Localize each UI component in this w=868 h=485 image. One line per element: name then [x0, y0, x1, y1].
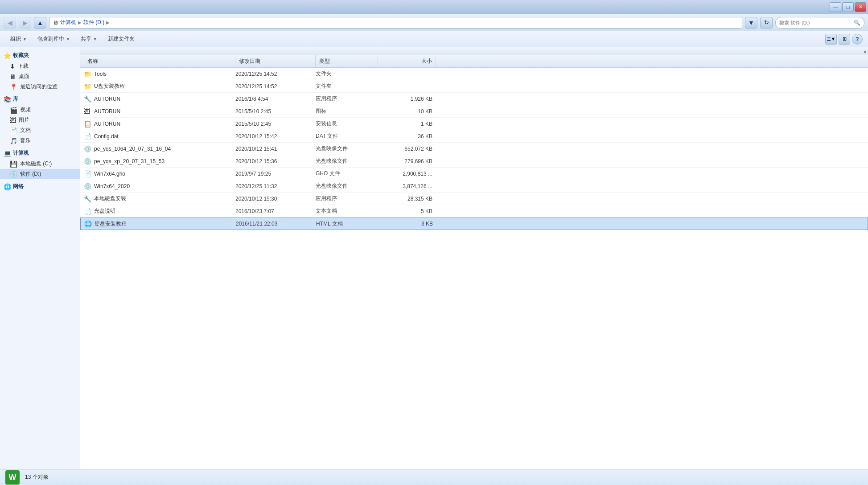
- d-drive-icon: 💿: [10, 171, 17, 178]
- table-row[interactable]: 📄 光盘说明 2016/10/23 7:07 文本文档 5 KB: [80, 205, 868, 218]
- file-date-cell: 2020/12/25 14:52: [235, 71, 316, 77]
- table-row[interactable]: 🔧 AUTORUN 2016/1/8 4:54 应用程序 1,926 KB: [80, 93, 868, 105]
- title-bar: — □ ✕: [0, 0, 868, 14]
- share-button[interactable]: 共享 ▼: [76, 33, 102, 45]
- table-row[interactable]: 💿 pe_yqs_1064_20_07_31_16_04 2020/10/12 …: [80, 143, 868, 155]
- file-name: Tools: [94, 71, 107, 77]
- file-type-cell: 应用程序: [316, 195, 378, 202]
- file-date-cell: 2020/10/12 15:36: [235, 158, 316, 164]
- help-button[interactable]: ?: [852, 34, 863, 45]
- sidebar-library-header[interactable]: 📚 库: [0, 94, 80, 105]
- sidebar-favorites-header[interactable]: ⭐ 收藏夹: [0, 50, 80, 61]
- col-header-date[interactable]: 修改日期: [235, 55, 316, 67]
- sidebar-item-pictures[interactable]: 🖼 图片: [0, 115, 80, 125]
- file-size-cell: 2,900,813 ...: [378, 171, 436, 177]
- file-name-cell: 💿 pe_yqs_1064_20_07_31_16_04: [84, 145, 235, 152]
- maximize-button[interactable]: □: [842, 2, 854, 12]
- file-name-cell: 📄 Config.dat: [84, 133, 235, 140]
- file-size-cell: 5 KB: [378, 208, 436, 214]
- table-row[interactable]: 🌐 硬盘安装教程 2016/11/21 22:03 HTML 文档 3 KB: [80, 218, 868, 230]
- documents-icon: 📄: [10, 127, 17, 134]
- file-type-icon: 💿: [84, 145, 92, 152]
- file-type-icon: 📄: [84, 208, 92, 215]
- search-icon: 🔍: [854, 20, 860, 26]
- file-date-cell: 2020/12/25 14:52: [235, 83, 316, 90]
- search-input[interactable]: [779, 20, 852, 25]
- file-type-cell: 光盘映像文件: [316, 157, 378, 165]
- file-name-cell: 📁 U盘安装教程: [84, 82, 235, 90]
- preview-button[interactable]: ⊞: [839, 34, 850, 45]
- table-row[interactable]: 📁 U盘安装教程 2020/12/25 14:52 文件夹: [80, 80, 868, 93]
- sidebar-network-header[interactable]: 🌐 网络: [0, 181, 80, 192]
- table-row[interactable]: 🖼 AUTORUN 2015/5/10 2:45 图标 10 KB: [80, 105, 868, 118]
- breadcrumb: 🖥 计算机 ▶ 软件 (D:) ▶: [49, 17, 742, 29]
- table-row[interactable]: 💿 Win7x64_2020 2020/12/25 11:32 光盘映像文件 3…: [80, 180, 868, 193]
- include-library-label: 包含到库中: [37, 35, 64, 43]
- sidebar-item-d-drive-label: 软件 (D:): [20, 170, 41, 178]
- col-header-type[interactable]: 类型: [316, 55, 378, 67]
- file-date-cell: 2020/10/12 15:30: [235, 196, 316, 202]
- table-row[interactable]: 📋 AUTORUN 2015/5/10 2:45 安装信息 1 KB: [80, 118, 868, 130]
- minimize-button[interactable]: —: [830, 2, 841, 12]
- table-row[interactable]: 💿 pe_yqs_xp_20_07_31_15_53 2020/10/12 15…: [80, 155, 868, 168]
- breadcrumb-computer[interactable]: 计算机: [60, 19, 76, 26]
- new-folder-button[interactable]: 新建文件夹: [103, 33, 140, 45]
- file-name-cell: 📁 Tools: [84, 70, 235, 78]
- table-row[interactable]: 📄 Config.dat 2020/10/12 15:42 DAT 文件 36 …: [80, 130, 868, 143]
- up-button[interactable]: ▲: [34, 17, 46, 29]
- sidebar-item-c-drive[interactable]: 💾 本地磁盘 (C:): [0, 159, 80, 169]
- dropdown-button[interactable]: ▼: [745, 17, 757, 29]
- table-row[interactable]: 🔧 本地硬盘安装 2020/10/12 15:30 应用程序 28,315 KB: [80, 193, 868, 205]
- sidebar-item-music[interactable]: 🎵 音乐: [0, 136, 80, 146]
- sidebar-item-downloads[interactable]: ⬇ 下载: [0, 61, 80, 71]
- file-type-cell: 安装信息: [316, 120, 378, 127]
- include-library-button[interactable]: 包含到库中 ▼: [33, 33, 75, 45]
- file-date-cell: 2020/10/12 15:41: [235, 146, 316, 152]
- file-name: Config.dat: [94, 133, 119, 140]
- sidebar-network-label: 网络: [13, 183, 24, 190]
- file-name: U盘安装教程: [94, 82, 125, 90]
- file-type-icon: 📄: [84, 170, 92, 177]
- table-row[interactable]: 📄 Win7x64.gho 2019/9/7 19:25 GHO 文件 2,90…: [80, 168, 868, 180]
- forward-button[interactable]: ▶: [19, 17, 31, 29]
- organize-button[interactable]: 组织 ▼: [5, 33, 32, 45]
- downloads-icon: ⬇: [10, 63, 15, 70]
- back-button[interactable]: ◀: [4, 17, 16, 29]
- file-size-cell: 28,315 KB: [378, 196, 436, 202]
- sidebar-computer-header[interactable]: 💻 计算机: [0, 148, 80, 159]
- share-arrow: ▼: [93, 37, 97, 41]
- new-folder-label: 新建文件夹: [108, 35, 135, 43]
- sidebar-item-documents[interactable]: 📄 文档: [0, 125, 80, 136]
- file-size-cell: 3,874,126 ...: [378, 183, 436, 189]
- file-name: pe_yqs_1064_20_07_31_16_04: [94, 146, 171, 152]
- sidebar-item-desktop[interactable]: 🖥 桌面: [0, 71, 80, 82]
- share-label: 共享: [81, 35, 91, 43]
- file-name-cell: 📋 AUTORUN: [84, 120, 235, 127]
- table-row[interactable]: 📁 Tools 2020/12/25 14:52 文件夹: [80, 68, 868, 80]
- sidebar-item-recent[interactable]: 📍 最近访问的位置: [0, 82, 80, 92]
- file-type-icon: 🔧: [84, 95, 92, 103]
- close-button[interactable]: ✕: [855, 2, 866, 12]
- svg-text:W: W: [9, 473, 16, 482]
- col-header-name[interactable]: 名称: [84, 55, 235, 67]
- view-toggle-button[interactable]: ☰▼: [825, 34, 837, 45]
- file-date-cell: 2016/1/8 4:54: [235, 96, 316, 102]
- col-header-size[interactable]: 大小: [378, 55, 436, 67]
- refresh-button[interactable]: ↻: [760, 17, 773, 29]
- scroll-up-arrow[interactable]: ▲: [863, 49, 867, 53]
- file-type-icon: 📁: [84, 83, 92, 90]
- sidebar-item-d-drive[interactable]: 💿 软件 (D:): [0, 169, 80, 179]
- recent-icon: 📍: [10, 83, 17, 90]
- col-scroll-top: ▲: [80, 47, 868, 55]
- sidebar-item-video[interactable]: 🎬 视频: [0, 105, 80, 115]
- file-type-cell: 应用程序: [316, 95, 378, 103]
- sidebar-item-recent-label: 最近访问的位置: [20, 83, 58, 90]
- file-size-cell: 10 KB: [378, 108, 436, 115]
- sidebar-item-pictures-label: 图片: [19, 116, 29, 124]
- file-type-cell: 光盘映像文件: [316, 182, 378, 190]
- file-type-cell: 图标: [316, 107, 378, 115]
- library-icon: 📚: [4, 96, 11, 103]
- breadcrumb-drive[interactable]: 软件 (D:): [83, 19, 104, 26]
- file-name-cell: 📄 光盘说明: [84, 207, 235, 215]
- search-box[interactable]: 🔍: [775, 17, 864, 29]
